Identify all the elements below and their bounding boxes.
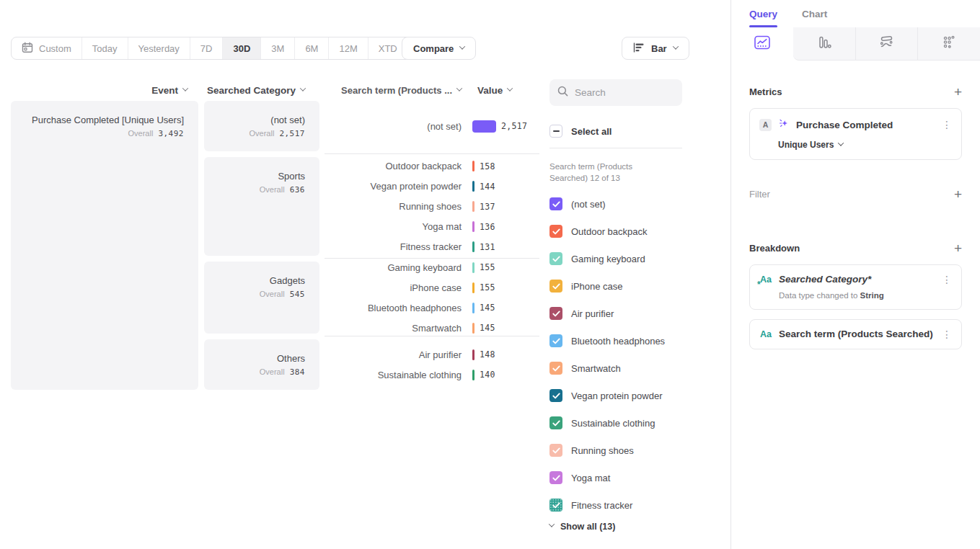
event-overall-value: 3,492 xyxy=(158,129,184,138)
term-row[interactable]: (not set)2,517 xyxy=(325,116,539,136)
tab-chart[interactable]: Chart xyxy=(802,9,827,27)
add-filter-button[interactable]: + xyxy=(954,187,962,201)
legend-item[interactable]: Vegan protein powder xyxy=(549,382,682,409)
indeterminate-dash-icon xyxy=(553,130,560,132)
term-row[interactable]: Vegan protein powder144 xyxy=(325,177,539,197)
legend-item[interactable]: Smartwatch xyxy=(549,354,682,382)
kebab-menu-icon[interactable]: ⋮ xyxy=(942,120,952,130)
term-label: Bluetooth headphones xyxy=(325,303,462,313)
check-icon xyxy=(552,444,560,457)
category-group: GadgetsOverall545Gaming keyboard155iPhon… xyxy=(204,262,539,334)
category-card[interactable]: OthersOverall384 xyxy=(204,339,319,390)
legend-items: (not set)Outdoor backpackGaming keyboard… xyxy=(549,190,682,519)
range-7d[interactable]: 7D xyxy=(190,37,223,59)
chart-type-metric-tab[interactable] xyxy=(917,27,980,61)
chart-type-bar-tab[interactable] xyxy=(793,27,855,61)
legend-item[interactable]: Bluetooth headphones xyxy=(549,327,682,354)
query-panel-tabs: Query Chart xyxy=(731,0,980,27)
chart-type-flow-tab[interactable] xyxy=(855,27,918,61)
category-card[interactable]: GadgetsOverall545 xyxy=(204,262,319,334)
term-row[interactable]: Running shoes137 xyxy=(325,197,539,217)
breakdown-card-searched-category[interactable]: Aa* Searched Category* ⋮ Data type chang… xyxy=(749,264,962,310)
checked-checkbox[interactable] xyxy=(549,280,562,293)
legend-item[interactable]: Fitness tracker xyxy=(549,491,682,519)
column-header-value[interactable]: Value xyxy=(477,81,512,99)
column-header-search-term[interactable]: Search term (Products ... xyxy=(325,81,462,99)
term-label: Gaming keyboard xyxy=(325,262,462,273)
checked-checkbox[interactable] xyxy=(549,197,562,210)
add-breakdown-button[interactable]: + xyxy=(954,241,962,255)
legend-item[interactable]: Gaming keyboard xyxy=(549,245,682,272)
term-row[interactable]: Yoga mat136 xyxy=(325,217,539,237)
checked-checkbox[interactable] xyxy=(549,307,562,320)
checked-checkbox[interactable] xyxy=(549,389,562,402)
value-bar xyxy=(472,201,474,212)
legend-item-label: Bluetooth headphones xyxy=(571,336,665,347)
legend-item[interactable]: iPhone case xyxy=(549,272,682,300)
range-custom[interactable]: Custom xyxy=(12,37,81,59)
event-card[interactable]: Purchase Completed [Unique Users] Overal… xyxy=(11,101,198,390)
kebab-menu-icon[interactable]: ⋮ xyxy=(942,274,952,285)
checked-checkbox[interactable] xyxy=(549,416,562,429)
term-row[interactable]: iPhone case155 xyxy=(325,277,539,298)
show-all-button[interactable]: Show all (13) xyxy=(549,522,682,532)
checked-checkbox[interactable] xyxy=(549,499,562,512)
term-label: Fitness tracker xyxy=(325,241,462,252)
insights-report: CustomTodayYesterday7D30D3M6M12MXTD Comp… xyxy=(0,0,980,549)
category-group: OthersOverall384Air purifier148Sustainab… xyxy=(204,339,539,390)
term-row[interactable]: Smartwatch145 xyxy=(325,318,539,338)
term-row[interactable]: Gaming keyboard155 xyxy=(325,257,539,277)
range-30d[interactable]: 30D xyxy=(222,37,260,59)
category-card[interactable]: (not set)Overall2,517 xyxy=(204,101,319,151)
value-number: 2,517 xyxy=(501,121,527,131)
term-row[interactable]: Fitness tracker131 xyxy=(325,237,539,257)
term-row[interactable]: Sustainable clothing140 xyxy=(325,365,539,385)
term-row[interactable]: Bluetooth headphones145 xyxy=(325,298,539,318)
measure-selector[interactable]: Unique Users xyxy=(778,140,952,150)
add-metric-button[interactable]: + xyxy=(954,85,962,99)
legend-search[interactable] xyxy=(549,79,682,106)
range-6m[interactable]: 6M xyxy=(294,37,328,59)
search-input[interactable] xyxy=(575,87,674,98)
legend-item[interactable]: Sustainable clothing xyxy=(549,409,682,437)
select-all-checkbox[interactable] xyxy=(549,125,562,138)
legend-item[interactable]: Running shoes xyxy=(549,437,682,464)
term-row[interactable]: Outdoor backpack158 xyxy=(325,156,539,177)
check-icon xyxy=(552,307,560,320)
kebab-menu-icon[interactable]: ⋮ xyxy=(942,329,952,339)
select-all-label: Select all xyxy=(571,126,612,137)
metric-card[interactable]: A Purchase Completed ⋮ Unique Users xyxy=(749,108,962,160)
legend-item[interactable]: Yoga mat xyxy=(549,464,682,491)
compare-button[interactable]: Compare xyxy=(402,37,476,60)
checked-checkbox[interactable] xyxy=(549,225,562,238)
category-overall-value: 545 xyxy=(290,290,305,299)
range-today[interactable]: Today xyxy=(81,37,128,59)
range-yesterday[interactable]: Yesterday xyxy=(128,37,190,59)
chart-type-button[interactable]: Bar xyxy=(622,37,689,60)
checked-checkbox[interactable] xyxy=(549,362,562,375)
breakdown-card-search-term[interactable]: Aa Search term (Products Searched) ⋮ xyxy=(749,319,962,349)
column-header-category[interactable]: Searched Category xyxy=(204,81,305,99)
metrics-title: Metrics xyxy=(749,86,782,97)
range-3m[interactable]: 3M xyxy=(260,37,294,59)
checked-checkbox[interactable] xyxy=(549,252,562,265)
metric-event-name: Purchase Completed xyxy=(796,120,935,130)
column-header-event[interactable]: Event xyxy=(11,81,187,99)
select-all-row[interactable]: Select all xyxy=(549,122,682,140)
value-bar xyxy=(472,282,474,293)
term-row[interactable]: Air purifier148 xyxy=(325,344,539,365)
range-12m[interactable]: 12M xyxy=(328,37,367,59)
category-card[interactable]: SportsOverall636 xyxy=(204,157,319,256)
checked-checkbox[interactable] xyxy=(549,444,562,457)
check-icon xyxy=(552,252,560,265)
legend-item[interactable]: (not set) xyxy=(549,190,682,218)
legend-item[interactable]: Air purifier xyxy=(549,300,682,327)
chart-type-line-tab[interactable] xyxy=(731,27,793,61)
chevron-down-icon xyxy=(456,85,462,91)
value-number: 137 xyxy=(480,202,495,212)
overall-label: Overall xyxy=(250,129,275,138)
tab-query[interactable]: Query xyxy=(749,9,777,27)
checked-checkbox[interactable] xyxy=(549,471,562,484)
checked-checkbox[interactable] xyxy=(549,334,562,347)
legend-item[interactable]: Outdoor backpack xyxy=(549,218,682,245)
